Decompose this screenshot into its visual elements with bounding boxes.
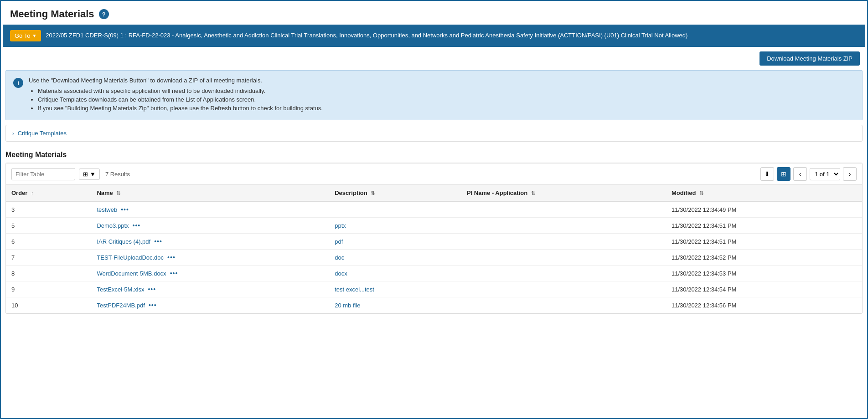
critique-templates-header[interactable]: › Critique Templates bbox=[6, 125, 862, 141]
file-name-link[interactable]: TestPDF24MB.pdf bbox=[97, 302, 145, 309]
info-box: i Use the "Download Meeting Materials Bu… bbox=[5, 70, 863, 120]
cell-pi-name bbox=[461, 297, 666, 313]
col-pi-name: PI Name - Application ⇅ bbox=[461, 185, 666, 201]
table-row: 9 TestExcel-5M.xlsx ••• test excel...tes… bbox=[6, 281, 862, 297]
goto-dropdown-arrow: ▼ bbox=[32, 33, 36, 38]
table-row: 5 Demo3.pptx ••• pptx 11/30/2022 12:34:5… bbox=[6, 218, 862, 234]
meeting-materials-title: Meeting Materials bbox=[5, 146, 863, 163]
ellipsis-button[interactable]: ••• bbox=[148, 286, 156, 293]
file-name-link[interactable]: TestExcel-5M.xlsx bbox=[97, 286, 144, 293]
columns-dropdown-arrow: ▼ bbox=[90, 171, 96, 178]
cell-order: 5 bbox=[6, 218, 91, 234]
col-order: Order ↑ bbox=[6, 185, 91, 201]
cell-pi-name bbox=[461, 201, 666, 218]
file-name-link[interactable]: TEST-FileUploadDoc.doc bbox=[97, 254, 164, 261]
ellipsis-button[interactable]: ••• bbox=[121, 206, 129, 213]
page-header: Meeting Materials ? bbox=[1, 1, 867, 25]
cell-modified: 11/30/2022 12:34:53 PM bbox=[666, 266, 862, 281]
table-toolbar-right: ⬇ ⊞ ‹ 1 of 1 › bbox=[760, 167, 857, 181]
table-row: 10 TestPDF24MB.pdf ••• 20 mb file 11/30/… bbox=[6, 297, 862, 313]
table-toolbar: ⊞ ▼ 7 Results ⬇ ⊞ ‹ 1 of 1 › bbox=[6, 163, 862, 185]
cell-description: pdf bbox=[329, 234, 461, 250]
cell-description: test excel...test bbox=[329, 281, 461, 297]
cell-modified: 11/30/2022 12:34:52 PM bbox=[666, 250, 862, 266]
sort-description-icon: ⇅ bbox=[371, 190, 375, 196]
info-main-text: Use the "Download Meeting Materials Butt… bbox=[29, 77, 323, 84]
grid-view-button[interactable]: ⊞ bbox=[777, 167, 790, 181]
cell-modified: 11/30/2022 12:34:56 PM bbox=[666, 297, 862, 313]
results-count: 7 Results bbox=[105, 171, 130, 178]
info-content: Use the "Download Meeting Materials Butt… bbox=[29, 77, 323, 113]
cell-pi-name bbox=[461, 266, 666, 281]
sort-modified-icon: ⇅ bbox=[699, 190, 703, 196]
goto-button[interactable]: Go To ▼ bbox=[10, 30, 41, 41]
col-description: Description ⇅ bbox=[329, 185, 461, 201]
info-bullet-3: If you see "Building Meeting Materials Z… bbox=[38, 105, 323, 112]
cell-name: TestExcel-5M.xlsx ••• bbox=[91, 281, 329, 297]
cell-order: 9 bbox=[6, 281, 91, 297]
cell-order: 6 bbox=[6, 234, 91, 250]
banner: Go To ▼ 2022/05 ZFD1 CDER-S(09) 1 : RFA-… bbox=[3, 25, 865, 47]
col-name: Name ⇅ bbox=[91, 185, 329, 201]
cell-description: docx bbox=[329, 266, 461, 281]
filter-input[interactable] bbox=[11, 168, 75, 180]
file-name-link[interactable]: IAR Critiques (4).pdf bbox=[97, 238, 150, 245]
columns-icon: ⊞ bbox=[83, 171, 88, 178]
file-name-link[interactable]: WordDocument-5MB.docx bbox=[97, 270, 166, 277]
prev-page-button[interactable]: ‹ bbox=[793, 167, 807, 181]
download-zip-button[interactable]: Download Meeting Materials ZIP bbox=[760, 51, 860, 66]
file-name-link[interactable]: testweb bbox=[97, 206, 117, 213]
cell-name: TEST-FileUploadDoc.doc ••• bbox=[91, 250, 329, 265]
col-modified: Modified ⇅ bbox=[666, 185, 862, 201]
chevron-right-icon: › bbox=[12, 131, 14, 136]
cell-name: testweb ••• bbox=[91, 202, 329, 217]
table-row: 8 WordDocument-5MB.docx ••• docx 11/30/2… bbox=[6, 266, 862, 281]
ellipsis-button[interactable]: ••• bbox=[154, 238, 162, 245]
cell-description: pptx bbox=[329, 218, 461, 234]
cell-order: 8 bbox=[6, 266, 91, 281]
file-name-link[interactable]: Demo3.pptx bbox=[97, 222, 129, 229]
cell-name: IAR Critiques (4).pdf ••• bbox=[91, 234, 329, 249]
ellipsis-button[interactable]: ••• bbox=[170, 270, 178, 277]
critique-templates-section: › Critique Templates bbox=[5, 125, 863, 142]
info-bullet-1: Materials associated with a specific app… bbox=[38, 87, 323, 94]
sort-pi-icon: ⇅ bbox=[531, 190, 535, 196]
table-row: 3 testweb ••• 11/30/2022 12:34:49 PM bbox=[6, 201, 862, 218]
cell-pi-name bbox=[461, 218, 666, 234]
cell-name: TestPDF24MB.pdf ••• bbox=[91, 297, 329, 313]
toolbar-row: Download Meeting Materials ZIP bbox=[1, 47, 867, 70]
cell-pi-name bbox=[461, 234, 666, 250]
cell-pi-name bbox=[461, 281, 666, 297]
banner-text: 2022/05 ZFD1 CDER-S(09) 1 : RFA-FD-22-02… bbox=[46, 31, 687, 40]
table-body: 3 testweb ••• 11/30/2022 12:34:49 PM 5 D… bbox=[6, 201, 862, 313]
cell-modified: 11/30/2022 12:34:54 PM bbox=[666, 281, 862, 297]
cell-description bbox=[329, 201, 461, 218]
cell-modified: 11/30/2022 12:34:51 PM bbox=[666, 234, 862, 250]
columns-button[interactable]: ⊞ ▼ bbox=[79, 169, 100, 180]
table-row: 6 IAR Critiques (4).pdf ••• pdf 11/30/20… bbox=[6, 234, 862, 250]
cell-description: doc bbox=[329, 250, 461, 266]
ellipsis-button[interactable]: ••• bbox=[133, 222, 141, 229]
page-title: Meeting Materials bbox=[10, 8, 94, 20]
info-bullet-2: Critique Templates downloads can be obta… bbox=[38, 96, 323, 103]
pagination-select[interactable]: 1 of 1 bbox=[810, 168, 840, 180]
table-row: 7 TEST-FileUploadDoc.doc ••• doc 11/30/2… bbox=[6, 250, 862, 266]
sort-order-icon: ↑ bbox=[31, 190, 34, 196]
cell-order: 3 bbox=[6, 201, 91, 218]
table-header-row: Order ↑ Name ⇅ Description ⇅ PI Name - A… bbox=[6, 185, 862, 201]
cell-name: WordDocument-5MB.docx ••• bbox=[91, 266, 329, 281]
critique-templates-label: Critique Templates bbox=[18, 130, 67, 137]
next-page-button[interactable]: › bbox=[843, 167, 857, 181]
info-icon: i bbox=[13, 78, 23, 88]
ellipsis-button[interactable]: ••• bbox=[149, 301, 157, 309]
cell-modified: 11/30/2022 12:34:51 PM bbox=[666, 218, 862, 234]
help-icon[interactable]: ? bbox=[99, 9, 109, 19]
sort-name-icon: ⇅ bbox=[116, 190, 120, 196]
cell-order: 10 bbox=[6, 297, 91, 313]
cell-description: 20 mb file bbox=[329, 297, 461, 313]
cell-modified: 11/30/2022 12:34:49 PM bbox=[666, 201, 862, 218]
meeting-materials-table-container: ⊞ ▼ 7 Results ⬇ ⊞ ‹ 1 of 1 › Order ↑ bbox=[5, 163, 863, 314]
info-bullets: Materials associated with a specific app… bbox=[29, 87, 323, 112]
ellipsis-button[interactable]: ••• bbox=[167, 254, 176, 261]
download-table-button[interactable]: ⬇ bbox=[760, 167, 774, 181]
